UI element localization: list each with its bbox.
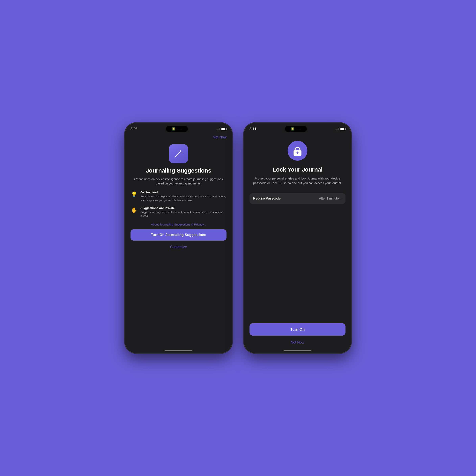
- battery-icon-1: [221, 128, 226, 130]
- di-dot-2: [177, 129, 178, 129]
- home-indicator-1: [165, 350, 192, 351]
- phone2-content: Lock Your Journal Protect your personal …: [244, 134, 351, 350]
- feature-text-1: Suggestions Are Private Suggestions only…: [140, 206, 226, 218]
- di-dots-1: [176, 129, 182, 129]
- not-now-button-2[interactable]: Not Now: [250, 339, 345, 346]
- spacer: [250, 208, 345, 323]
- signal-bar-2: [218, 129, 218, 130]
- hand-icon: ✋: [131, 207, 138, 214]
- phone1-content: Not Now Journaling Suggestions iPhone us…: [125, 134, 232, 350]
- di-dot-10: [298, 129, 299, 129]
- not-now-button[interactable]: Not Now: [213, 134, 226, 141]
- lock-icon-wrapper: [250, 141, 345, 161]
- di-app-icon-1: 📔: [172, 127, 175, 131]
- lock-title: Lock Your Journal: [250, 166, 345, 173]
- feature-item-0: 💡 Get Inspired Summaries can help you re…: [131, 191, 226, 202]
- feature-item-1: ✋ Suggestions Are Private Suggestions on…: [131, 206, 226, 218]
- di-dot-7: [295, 129, 296, 129]
- lock-svg-icon: [292, 145, 303, 156]
- lock-circle: [288, 141, 307, 161]
- feature-desc-0: Summaries can help you reflect on topics…: [140, 195, 226, 202]
- signal-bar-5: [336, 130, 336, 130]
- battery-icon-2: [340, 128, 345, 130]
- dynamic-island-1: 📔: [166, 126, 188, 132]
- signal-bars-2: [336, 128, 339, 130]
- passcode-label: Require Passcode: [253, 197, 281, 201]
- customize-button[interactable]: Customize: [131, 243, 226, 251]
- chevron-down-icon: ⌄: [340, 197, 342, 200]
- di-dot-6: [181, 129, 182, 129]
- signal-bar-4: [220, 128, 220, 130]
- di-dot-9: [297, 129, 298, 129]
- signal-bars-1: [217, 128, 220, 130]
- signal-bar-3: [219, 129, 219, 130]
- turn-on-journaling-button[interactable]: Turn On Journaling Suggestions: [131, 229, 226, 240]
- status-time-1: 8:06: [131, 127, 137, 131]
- privacy-link[interactable]: About Journaling Suggestions & Privacy..…: [131, 223, 226, 226]
- di-dot-3: [178, 129, 179, 129]
- app-icon-wrapper: [131, 144, 226, 163]
- status-bar-2: 8:11 📔: [244, 123, 351, 134]
- signal-bar-6: [337, 129, 337, 130]
- status-right-2: [336, 128, 345, 130]
- di-dot-12: [300, 129, 301, 129]
- status-time-2: 8:11: [250, 127, 256, 131]
- feature-text-0: Get Inspired Summaries can help you refl…: [140, 191, 226, 202]
- bulb-icon: 💡: [131, 191, 138, 198]
- dynamic-island-pill-2: 📔: [285, 126, 307, 132]
- dynamic-island-2: 📔: [285, 126, 307, 132]
- phone1-title: Journaling Suggestions: [131, 167, 226, 174]
- di-dot-11: [299, 129, 300, 129]
- feature-desc-1: Suggestions only appear if you write abo…: [140, 210, 226, 218]
- svg-point-1: [174, 157, 175, 158]
- feature-list: 💡 Get Inspired Summaries can help you re…: [131, 191, 226, 218]
- di-dot-1: [176, 129, 177, 129]
- svg-rect-4: [297, 153, 298, 154]
- feature-title-1: Suggestions Are Private: [140, 206, 226, 210]
- signal-bar-8: [339, 128, 339, 130]
- di-dot-4: [179, 129, 180, 129]
- status-bar-1: 8:06 📔: [125, 123, 232, 134]
- phone1-subtitle: iPhone uses on-device intelligence to cr…: [131, 177, 226, 186]
- di-dot-8: [296, 129, 297, 129]
- signal-bar-1: [217, 130, 217, 130]
- magic-wand-icon: [173, 148, 184, 159]
- passcode-value: After 1 minute ⌄: [319, 197, 342, 200]
- feature-title-0: Get Inspired: [140, 191, 226, 194]
- passcode-timing: After 1 minute: [319, 197, 339, 200]
- lock-subtitle: Protect your personal entries and lock J…: [250, 176, 345, 186]
- status-right-1: [217, 128, 226, 130]
- journaling-app-icon: [169, 144, 188, 163]
- di-app-icon-2: 📔: [291, 127, 294, 131]
- home-indicator-2: [284, 350, 311, 351]
- battery-fill-1: [222, 128, 225, 130]
- phone-1: 8:06 📔: [125, 123, 232, 353]
- di-dot-5: [180, 129, 181, 129]
- turn-on-button[interactable]: Turn On: [250, 323, 345, 336]
- signal-bar-7: [338, 129, 338, 130]
- dynamic-island-pill-1: 📔: [166, 126, 188, 132]
- passcode-row[interactable]: Require Passcode After 1 minute ⌄: [250, 193, 345, 204]
- phone-2: 8:11 📔: [244, 123, 351, 353]
- svg-line-0: [175, 153, 180, 157]
- di-dots-2: [295, 129, 301, 129]
- battery-fill-2: [341, 128, 344, 130]
